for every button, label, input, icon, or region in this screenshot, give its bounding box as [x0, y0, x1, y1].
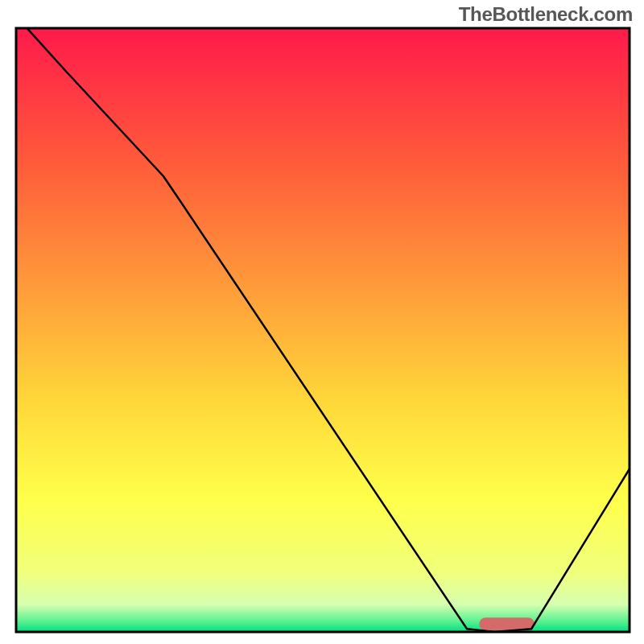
- gradient-background: [16, 28, 630, 632]
- watermark-text: TheBottleneck.com: [459, 3, 633, 26]
- chart-container: TheBottleneck.com: [0, 0, 644, 644]
- bottleneck-chart: [0, 0, 644, 644]
